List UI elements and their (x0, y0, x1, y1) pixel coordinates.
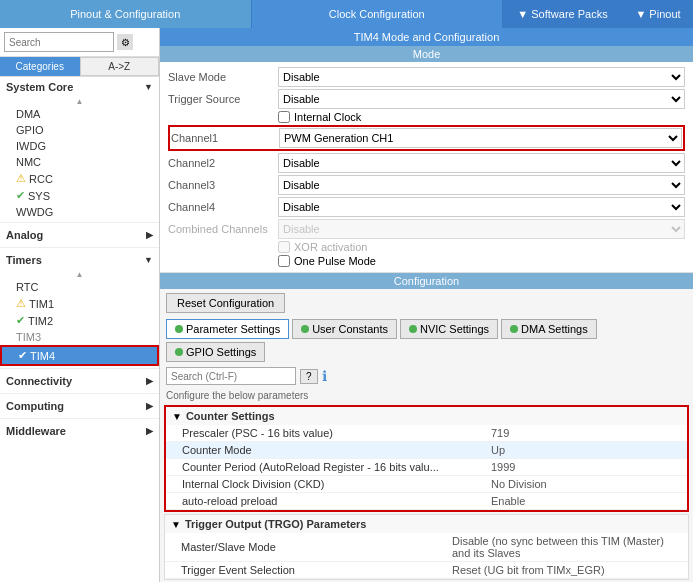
channel4-label: Channel4 (168, 201, 278, 213)
chevron-down-icon: ▼ (144, 82, 153, 92)
param-desc: Configure the below parameters (160, 388, 693, 403)
channel2-row: Channel2 Disable (168, 153, 685, 173)
channel4-row: Channel4 Disable (168, 197, 685, 217)
clock-config-tab[interactable]: Clock Configuration (252, 0, 504, 28)
trigger-output-title: Trigger Output (TRGO) Parameters (185, 518, 367, 530)
chevron-down-icon2: ▼ (144, 255, 153, 265)
reset-config-button[interactable]: Reset Configuration (166, 293, 285, 313)
master-slave-value: Disable (no sync between this TIM (Maste… (452, 535, 672, 559)
counter-settings-group: ▼ Counter Settings Prescaler (PSC - 16 b… (164, 405, 689, 512)
sidebar-item-sys[interactable]: ✔ SYS (0, 187, 159, 204)
content-area: TIM4 Mode and Configuration Mode Slave M… (160, 28, 693, 582)
sidebar-group-system-core[interactable]: System Core ▼ (0, 77, 159, 97)
xor-row: XOR activation (168, 241, 685, 253)
channel2-select[interactable]: Disable (278, 153, 685, 173)
counter-period-row: Counter Period (AutoReload Register - 16… (166, 459, 687, 476)
trigger-event-row: Trigger Event Selection Reset (UG bit fr… (165, 562, 688, 579)
master-slave-name: Master/Slave Mode (181, 541, 452, 553)
one-pulse-text: One Pulse Mode (294, 255, 376, 267)
content-header: TIM4 Mode and Configuration (160, 28, 693, 46)
sidebar-group-analog[interactable]: Analog ▶ (0, 225, 159, 245)
sidebar-group-middleware[interactable]: Middleware ▶ (0, 421, 159, 441)
clock-division-value: No Division (491, 478, 671, 490)
timers-scroll: ▲ (0, 270, 159, 279)
trigger-source-row: Trigger Source Disable (168, 89, 685, 109)
sidebar-group-timers[interactable]: Timers ▼ (0, 250, 159, 270)
clock-division-row: Internal Clock Division (CKD) No Divisio… (166, 476, 687, 493)
internal-clock-checkbox[interactable] (278, 111, 290, 123)
config-body: Reset Configuration Parameter Settings U… (160, 289, 693, 582)
prescaler-name: Prescaler (PSC - 16 bits value) (182, 427, 491, 439)
sidebar-item-tim3[interactable]: TIM3 (0, 329, 159, 345)
channel2-label: Channel2 (168, 157, 278, 169)
sidebar-item-tim4[interactable]: ✔ TIM4 (0, 345, 159, 366)
sidebar: ⚙ Categories A->Z System Core ▼ ▲ DMA GP… (0, 28, 160, 582)
check-icon: ✔ (16, 189, 25, 202)
dot-icon5 (175, 348, 183, 356)
param-search-bar: ? ℹ (160, 364, 693, 388)
counter-mode-row: Counter Mode Up (166, 442, 687, 459)
channel3-select[interactable]: Disable (278, 175, 685, 195)
one-pulse-row: One Pulse Mode (168, 255, 685, 267)
sidebar-item-tim2[interactable]: ✔ TIM2 (0, 312, 159, 329)
timers-label: Timers (6, 254, 42, 266)
param-search-input[interactable] (166, 367, 296, 385)
mode-section: Slave Mode Disable Trigger Source Disabl… (160, 62, 693, 273)
trigger-event-value: Reset (UG bit from TIMx_EGR) (452, 564, 672, 576)
software-packs-btn[interactable]: ▼ Software Packs (503, 0, 623, 28)
sidebar-item-wwdg[interactable]: WWDG (0, 204, 159, 220)
warning-icon: ⚠ (16, 172, 26, 185)
slave-mode-select[interactable]: Disable (278, 67, 685, 87)
sidebar-item-rtc[interactable]: RTC (0, 279, 159, 295)
pinout-btn[interactable]: ▼ Pinout (623, 0, 693, 28)
counter-settings-title: Counter Settings (186, 410, 275, 422)
sidebar-item-tim1[interactable]: ⚠ TIM1 (0, 295, 159, 312)
prescaler-value: 719 (491, 427, 671, 439)
mode-section-header: Mode (160, 46, 693, 62)
tab-nvic-settings[interactable]: NVIC Settings (400, 319, 498, 339)
internal-clock-text: Internal Clock (294, 111, 361, 123)
xor-checkbox[interactable] (278, 241, 290, 253)
channel1-select[interactable]: PWM Generation CH1 (279, 128, 682, 148)
warning-icon2: ⚠ (16, 297, 26, 310)
tab-parameter-settings[interactable]: Parameter Settings (166, 319, 289, 339)
check-icon2: ✔ (16, 314, 25, 327)
channel1-label: Channel1 (171, 132, 279, 144)
computing-label: Computing (6, 400, 64, 412)
slave-mode-row: Slave Mode Disable (168, 67, 685, 87)
trigger-source-select[interactable]: Disable (278, 89, 685, 109)
search-help-btn[interactable]: ? (300, 369, 318, 384)
tab-gpio-settings[interactable]: GPIO Settings (166, 342, 265, 362)
tab-atoz[interactable]: A->Z (80, 57, 160, 76)
channel1-row: Channel1 PWM Generation CH1 (168, 125, 685, 151)
sidebar-item-gpio[interactable]: GPIO (0, 122, 159, 138)
combined-channels-select[interactable]: Disable (278, 219, 685, 239)
middleware-label: Middleware (6, 425, 66, 437)
top-bar: Pinout & Configuration Clock Configurati… (0, 0, 693, 28)
sidebar-group-connectivity[interactable]: Connectivity ▶ (0, 371, 159, 391)
trigger-output-header[interactable]: ▼ Trigger Output (TRGO) Parameters (165, 515, 688, 533)
chevron-right-icon3: ▶ (146, 401, 153, 411)
gear-icon[interactable]: ⚙ (117, 34, 133, 50)
pinout-config-tab[interactable]: Pinout & Configuration (0, 0, 252, 28)
sidebar-item-iwdg[interactable]: IWDG (0, 138, 159, 154)
param-tabs: Parameter Settings User Constants NVIC S… (160, 317, 693, 364)
master-slave-row: Master/Slave Mode Disable (no sync betwe… (165, 533, 688, 562)
tab-categories[interactable]: Categories (0, 57, 80, 76)
system-core-scroll: ▲ (0, 97, 159, 106)
channel3-row: Channel3 Disable (168, 175, 685, 195)
autoreload-row: auto-reload preload Enable (166, 493, 687, 510)
sidebar-item-nmc[interactable]: NMC (0, 154, 159, 170)
search-input[interactable] (4, 32, 114, 52)
sidebar-group-computing[interactable]: Computing ▶ (0, 396, 159, 416)
trigger-output-group: ▼ Trigger Output (TRGO) Parameters Maste… (164, 514, 689, 580)
sidebar-item-rcc[interactable]: ⚠ RCC (0, 170, 159, 187)
one-pulse-checkbox[interactable] (278, 255, 290, 267)
sidebar-item-dma[interactable]: DMA (0, 106, 159, 122)
tab-dma-settings[interactable]: DMA Settings (501, 319, 597, 339)
channel4-select[interactable]: Disable (278, 197, 685, 217)
tab-user-constants[interactable]: User Constants (292, 319, 397, 339)
counter-settings-header[interactable]: ▼ Counter Settings (166, 407, 687, 425)
analog-label: Analog (6, 229, 43, 241)
trigger-source-label: Trigger Source (168, 93, 278, 105)
